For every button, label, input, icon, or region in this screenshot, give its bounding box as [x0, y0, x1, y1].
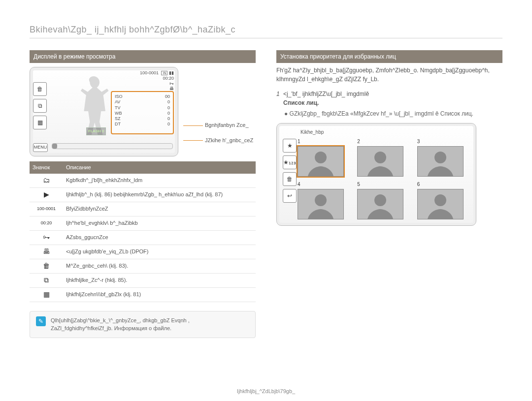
icon-table: Значок Описание 🗂Kgbfkdh^_j'bl]h_ehkhZnh…	[30, 161, 256, 302]
svg-point-11	[434, 194, 446, 206]
face-cell: 4	[298, 181, 350, 219]
face-list-side-icons: ★ ★₁₂₃ 🗑 ↩	[283, 139, 298, 219]
callout-1: Bgnhjfапbyn Zce_	[205, 122, 249, 128]
table-row: 00:20Ijh^he'bl_evghklv\ b^_haZibkb	[30, 216, 256, 231]
face-thumb[interactable]	[357, 146, 403, 177]
progress-bar[interactable]	[52, 143, 173, 149]
face-thumb[interactable]	[357, 189, 403, 219]
flash-label: FLASH 0	[86, 127, 106, 135]
star-icon[interactable]: ★	[283, 139, 297, 153]
svg-point-3	[374, 152, 386, 163]
step-1-sub: ● GZkljZgbp_ fbgkb\ZEа «MfgkZcev hf_» \u…	[284, 109, 502, 118]
time-label: 00:20	[30, 218, 63, 228]
trash-icon[interactable]: 🗑	[283, 172, 297, 186]
face-thumb[interactable]	[298, 189, 344, 219]
thumbnails-icon: ▦	[30, 288, 63, 301]
star-rank-icon[interactable]: ★₁₂₃	[283, 155, 297, 169]
play-icon: ▶	[30, 188, 63, 201]
folder-icon: 🗂	[30, 174, 63, 187]
info-tag: ISO00 AV0 TV0 WB0 SZ0 DT0	[111, 91, 174, 134]
printer-icon: 🖶	[169, 86, 174, 91]
table-row: 🗂Kgbfkdh^_j'bl]h_ehkhZnhfx_ldm	[30, 174, 256, 188]
file-number-label: 100-0001	[30, 204, 63, 214]
right-column: Установка приоритета для избранных лиц F…	[276, 50, 502, 338]
table-row: ⧉Ijhkfhljlke_Zc^-r (hklj. 85).	[30, 274, 256, 288]
menu-button[interactable]: MENU	[33, 143, 48, 152]
face-cell: 5	[357, 181, 410, 219]
th-icon: Значок	[30, 161, 63, 174]
table-row: 🗑M^Ze_gnbc_ceh\ (klj. 83).	[30, 259, 256, 274]
face-thumb[interactable]	[298, 146, 344, 177]
table-row: 🗝AZsbs_ggucnZce	[30, 231, 256, 245]
face-cell: 3	[417, 138, 470, 177]
page-title: Bkihevah\Zgb_ ij_hkfhlj bohh^ZgbfØ\b^_ha…	[30, 25, 502, 38]
trash-icon: 🗑	[30, 259, 63, 273]
card-icon: IN	[161, 71, 167, 75]
face-cell: 6	[417, 181, 470, 219]
printer-icon: 🖶	[30, 245, 63, 258]
step-1-bold: Список лиц.	[283, 99, 319, 106]
left-column: Дисплей в режиме просмотра 100-0001 IN ▮…	[30, 50, 256, 338]
intro-paragraph: Fh'gZ ha^ZIy_bhjbl_b_ba[jZgguoebp, Zmfoh…	[276, 66, 502, 84]
slideshow-icon[interactable]: ⧉	[33, 99, 47, 113]
thumbnails-icon[interactable]: ▦	[33, 116, 47, 129]
silhouette	[76, 76, 111, 135]
step-1-text: <j_'bf_ ijhkfhljZZ\u[_jbl_ imgdmlě	[283, 91, 369, 97]
key-icon: 🗝	[30, 231, 63, 244]
info-icon: ✎	[36, 316, 46, 326]
face-thumb[interactable]	[417, 189, 464, 219]
rec-time: 00:20	[163, 76, 174, 81]
trash-icon[interactable]: 🗑	[33, 82, 47, 96]
face-cell: 2	[357, 138, 410, 177]
camera-display: 100-0001 IN ▮▮ 00:20 🗝 🖶 🗑 ⧉ ▦	[30, 67, 178, 156]
file-number: 100-0001	[140, 70, 159, 75]
svg-point-9	[374, 194, 386, 206]
camera-display-wrap: 100-0001 IN ▮▮ 00:20 🗝 🖶 🗑 ⧉ ▦	[30, 67, 256, 156]
display-left-icons: 🗑 ⧉ ▦	[33, 82, 47, 129]
callout-2: JZkihe h'_gnbc_ceZ	[205, 137, 253, 143]
key-icon: 🗝	[169, 81, 174, 87]
face-cell: 1	[298, 138, 350, 177]
back-icon[interactable]: ↩	[283, 189, 297, 203]
face-grid: 1 2 3 4 5 6	[298, 138, 470, 219]
battery-icon: ▮▮	[169, 70, 174, 75]
left-section-bar: Дисплей в режиме просмотра	[30, 50, 256, 63]
th-desc: Описание	[63, 161, 256, 174]
table-row: ▶Ijhkfhljb^_h (klj. 86) bebijhkemrb\Zgb_…	[30, 188, 256, 202]
display-top-readout: 100-0001 IN ▮▮ 00:20 🗝 🖶	[140, 70, 174, 92]
face-thumb[interactable]	[417, 146, 464, 177]
left-section-title: Дисплей в режиме просмотра	[33, 52, 115, 61]
face-list-card: Kikhe_hbp ★ ★₁₂₃ 🗑 ↩ 1 2 3 4 5 6	[276, 123, 476, 226]
right-section-title: Установка приоритета для избранных лиц	[280, 52, 396, 61]
svg-point-7	[315, 194, 327, 206]
note-text: Qlh[uhlh[jZabg\^bkie_k_\^_gnbyZce_, dhkg…	[51, 316, 249, 333]
table-row: ▦IjhkfhljZcehn\\\bf_gbZlx (klj. 81)	[30, 288, 256, 302]
slideshow-icon: ⧉	[30, 274, 63, 287]
page-footer: Ijhkfhljbj_^ZdLbjb\79gb_	[0, 388, 532, 394]
steps: 1 <j_'bf_ ijhkfhljZZ\u[_jbl_ imgdmlě Спи…	[276, 90, 502, 118]
table-row: 100-0001BfyiZidbbfynZceZ	[30, 202, 256, 216]
info-note: ✎ Qlh[uhlh[jZabg\^bkie_k_\^_gnbyZce_, dh…	[30, 311, 256, 338]
svg-point-1	[315, 152, 327, 163]
callouts: Bgnhjfапbyn Zce_ JZkihe h'_gnbc_ceZ	[183, 121, 253, 151]
face-list-label: Kikhe_hbp	[300, 128, 470, 136]
svg-point-5	[434, 152, 446, 163]
table-header: Значок Описание	[30, 161, 256, 174]
step-1: 1 <j_'bf_ ijhkfhljZZ\u[_jbl_ imgdmlě Спи…	[276, 90, 502, 118]
table-row: 🖶<u[jZg ukgbfdb'e_yiq_ZLb (DPOF)	[30, 245, 256, 259]
step-number: 1	[276, 90, 280, 98]
right-section-bar: Установка приоритета для избранных лиц	[276, 50, 502, 63]
